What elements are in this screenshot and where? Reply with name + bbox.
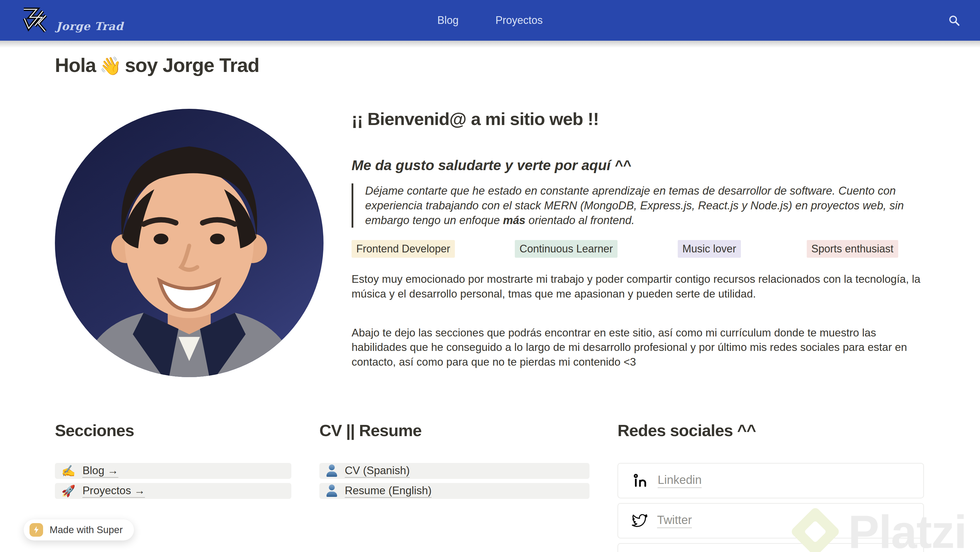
- twitter-card[interactable]: Twitter: [617, 503, 924, 538]
- proyectos-link[interactable]: Proyectos →: [82, 484, 145, 498]
- cv-spanish-pill[interactable]: CV (Spanish): [320, 463, 589, 479]
- tag-continuous-learner: Continuous Learner: [515, 240, 617, 258]
- avatar-illustration: [55, 109, 323, 377]
- person-icon: [326, 484, 338, 498]
- footer-columns: Secciones ✍️ Blog → 🚀 Proyectos → CV || …: [55, 421, 924, 552]
- page-title-text: Hola: [55, 54, 96, 76]
- linkedin-icon: [632, 473, 648, 489]
- profile-photo: [55, 109, 323, 377]
- blog-pill[interactable]: ✍️ Blog →: [55, 463, 291, 479]
- writing-hand-icon: ✍️: [61, 465, 75, 476]
- nav-link-blog[interactable]: Blog: [437, 14, 458, 27]
- resume-english-pill[interactable]: Resume (English): [320, 483, 589, 499]
- redes-column: Redes sociales ^^ Linkedin Twit: [617, 421, 924, 552]
- resume-english-link[interactable]: Resume (English): [345, 484, 431, 498]
- blog-link[interactable]: Blog →: [82, 465, 118, 478]
- welcome-heading: ¡¡ Bienvenid@ a mi sitio web !!: [352, 109, 924, 129]
- made-with-super-badge[interactable]: Made with Super: [24, 519, 134, 541]
- nav-links: Blog Proyectos: [437, 14, 542, 27]
- nav-link-proyectos[interactable]: Proyectos: [495, 14, 542, 27]
- redes-heading: Redes sociales ^^: [617, 421, 924, 440]
- search-icon[interactable]: [948, 14, 961, 27]
- navbar-shadow: [0, 41, 980, 48]
- top-navbar: Jorge Trad Blog Proyectos: [0, 0, 980, 41]
- skill-tags: Frontend Developer Continuous Learner Mu…: [352, 240, 924, 258]
- quote-bold-word: más: [503, 214, 525, 227]
- tag-frontend-developer: Frontend Developer: [352, 240, 455, 258]
- about-quote: Déjame contarte que he estado en constan…: [352, 183, 912, 228]
- rocket-icon: 🚀: [61, 485, 75, 496]
- lightning-bolt-icon: [30, 523, 43, 537]
- site-logo[interactable]: Jorge Trad: [19, 5, 123, 36]
- intro-paragraph-2: Abajo te dejo las secciones que podrás e…: [352, 325, 924, 370]
- intro-paragraph-1: Estoy muy emocionado por mostrarte mi tr…: [352, 272, 924, 301]
- logo-monogram-icon: [19, 5, 50, 36]
- person-icon: [326, 465, 338, 477]
- made-with-super-label: Made with Super: [49, 524, 123, 536]
- cv-heading: CV || Resume: [320, 421, 589, 440]
- twitter-link[interactable]: Twitter: [657, 513, 692, 528]
- wave-emoji-icon: 👋: [96, 56, 125, 76]
- page-content: Hola👋soy Jorge Trad: [0, 54, 980, 552]
- cv-spanish-link[interactable]: CV (Spanish): [345, 465, 410, 478]
- tag-music-lover: Music lover: [678, 240, 741, 258]
- twitter-icon: [632, 513, 648, 529]
- brand-name: Jorge Trad: [56, 20, 123, 36]
- tag-sports-enthusiast: Sports enthusiast: [807, 240, 898, 258]
- proyectos-pill[interactable]: 🚀 Proyectos →: [55, 483, 291, 499]
- secciones-heading: Secciones: [55, 421, 291, 440]
- page-title: Hola👋soy Jorge Trad: [55, 54, 924, 76]
- intro-column: ¡¡ Bienvenid@ a mi sitio web !! Me da gu…: [352, 109, 924, 377]
- linkedin-link[interactable]: Linkedin: [658, 473, 702, 488]
- page-title-text-2: soy Jorge Trad: [125, 54, 259, 76]
- greeting-heading: Me da gusto saludarte y verte por aquí ^…: [352, 157, 924, 173]
- hero-section: ¡¡ Bienvenid@ a mi sitio web !! Me da gu…: [55, 109, 924, 377]
- quote-text-2: orientado al frontend.: [525, 214, 635, 227]
- cv-column: CV || Resume CV (Spanish) Resume (Englis…: [320, 421, 589, 552]
- linkedin-card[interactable]: Linkedin: [617, 463, 924, 498]
- partial-card[interactable]: [617, 543, 924, 552]
